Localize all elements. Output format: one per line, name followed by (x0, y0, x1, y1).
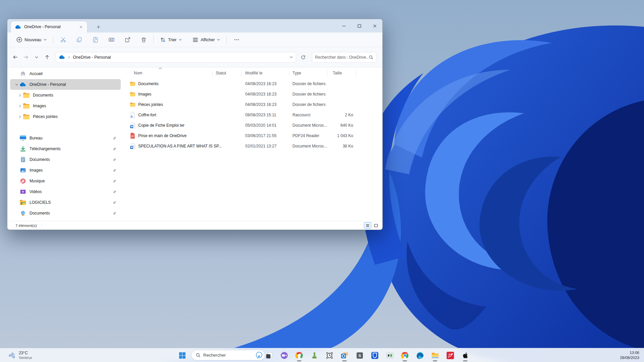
file-row[interactable]: Pièces jointes 04/08/2023 16:23 Dossier … (125, 99, 382, 110)
taskbar-app-button[interactable] (459, 349, 472, 362)
taskbar-app-button[interactable] (277, 349, 291, 362)
tab-onedrive[interactable]: OneDrive - Personal (11, 21, 87, 33)
share-button[interactable] (121, 35, 134, 45)
chev-down-icon[interactable] (13, 82, 19, 86)
large-icons-view-button[interactable] (372, 222, 380, 229)
more-button[interactable] (230, 35, 243, 45)
taskbar-apps: S (262, 349, 472, 362)
column-header-modified[interactable]: Modifié le (245, 71, 262, 75)
breadcrumb[interactable]: OneDrive - Personal (56, 52, 296, 63)
details-view-button[interactable] (364, 222, 371, 229)
sidebar-item[interactable]: Accueil (10, 68, 121, 79)
chev-right-icon[interactable] (17, 115, 23, 119)
taskbar-app-button[interactable] (262, 349, 276, 362)
column-header-size[interactable]: Taille (333, 71, 342, 75)
paste-button[interactable] (89, 35, 102, 45)
file-size: 38 Ko (343, 144, 353, 148)
taskbar-app-button[interactable] (398, 349, 412, 362)
cut-button[interactable] (57, 35, 69, 45)
chev-right-icon[interactable] (17, 93, 23, 97)
column-divider[interactable] (241, 70, 241, 76)
recent-locations-button[interactable] (31, 52, 42, 63)
desktop-icon (19, 135, 26, 141)
file-row[interactable]: Prise en main de OneDrive 03/06/2017 21:… (125, 130, 382, 141)
sidebar-item[interactable]: Documents (10, 90, 121, 101)
forward-button[interactable] (21, 52, 32, 63)
refresh-button[interactable] (298, 52, 308, 62)
folder-icon (130, 101, 136, 108)
sidebar-item[interactable]: Musique (10, 176, 121, 186)
new-tab-button[interactable] (94, 22, 103, 31)
start-button[interactable] (175, 349, 189, 362)
sidebar-item-label: Accueil (30, 71, 121, 76)
sidebar-item[interactable]: OneDrive - Personal (10, 79, 121, 90)
column-divider[interactable] (212, 70, 213, 76)
taskbar-search-input[interactable] (203, 353, 253, 358)
sidebar-item[interactable]: Téléchargements (10, 143, 121, 154)
pin-icon (112, 168, 117, 173)
close-button[interactable] (367, 19, 382, 33)
taskbar-app-button[interactable] (383, 349, 396, 362)
tree-chevron[interactable] (13, 72, 19, 76)
column-header-status[interactable]: Statut (216, 71, 226, 75)
chevron-down-icon (217, 38, 220, 42)
videos-icon (19, 189, 26, 195)
sort-button[interactable]: Trier (157, 35, 185, 45)
sidebar-item[interactable]: Pièces jointes (10, 111, 121, 122)
squares-app-icon (265, 351, 273, 360)
taskbar-app-button[interactable] (338, 349, 351, 362)
up-button[interactable] (42, 52, 53, 63)
sidebar-item[interactable]: Bureau (10, 133, 121, 143)
sidebar-item[interactable]: Documents (10, 208, 121, 219)
copy-button[interactable] (73, 35, 86, 45)
taskbar-app-button[interactable] (292, 349, 306, 362)
column-divider[interactable] (289, 70, 289, 76)
file-row[interactable]: Documents 04/08/2023 16:23 Dossier de fi… (125, 78, 382, 89)
file-row[interactable]: Images 04/08/2023 16:23 Dossier de fichi… (125, 89, 382, 99)
breadcrumb-location[interactable]: OneDrive - Personal (73, 55, 287, 60)
delete-button[interactable] (137, 35, 150, 45)
taskbar-clock[interactable]: 13:06 28/08/2023 (620, 348, 639, 362)
search-icon[interactable] (369, 55, 373, 60)
titlebar[interactable]: OneDrive - Personal (7, 19, 382, 33)
sidebar-item[interactable]: Documents (10, 154, 121, 165)
column-header-name[interactable]: Nom (134, 71, 142, 75)
tab-close-button[interactable] (77, 23, 85, 31)
taskbar-app-button[interactable] (428, 349, 442, 362)
bing-chat-icon[interactable] (255, 351, 263, 359)
taskbar-app-button[interactable] (323, 349, 336, 362)
taskbar-app-button[interactable] (413, 349, 427, 362)
sidebar-item[interactable]: Images (10, 165, 121, 176)
sidebar-item[interactable]: Images (10, 101, 121, 111)
chess-icon (310, 351, 319, 360)
weather-widget[interactable]: 23°C Venteux (5, 348, 35, 362)
view-button[interactable]: Afficher (190, 35, 223, 45)
minimize-button[interactable] (336, 19, 352, 33)
column-header-type[interactable]: Type (292, 71, 301, 75)
taskbar-app-button[interactable] (443, 349, 457, 362)
maximize-button[interactable] (352, 19, 367, 33)
cut-icon (60, 37, 66, 43)
file-row[interactable]: W SPECULATION AS A FINE ART WHAT IS SP..… (125, 141, 382, 151)
file-row[interactable]: W Copie de Fiche Emploi ter 05/03/2020 1… (125, 120, 382, 130)
sidebar-item-label: Musique (30, 179, 112, 183)
taskbar-app-button[interactable] (368, 349, 381, 362)
column-divider[interactable] (356, 70, 356, 76)
file-row[interactable]: Coffre-fort 08/08/2023 15:11 Raccourci 2… (125, 110, 382, 120)
chev-right-icon[interactable] (17, 104, 23, 108)
explorer-search (312, 52, 376, 63)
taskbar-app-button[interactable]: S (353, 349, 366, 362)
sort-button-label: Trier (168, 38, 176, 42)
sidebar-item[interactable]: LOGICIELS (10, 197, 121, 208)
address-dropdown-icon[interactable] (289, 55, 293, 59)
rename-button[interactable] (105, 35, 118, 45)
swirl-browser-icon (295, 351, 304, 360)
taskbar-app-button[interactable] (308, 349, 321, 362)
new-button[interactable]: Nouveau (13, 35, 50, 45)
search-input[interactable] (315, 55, 369, 60)
back-button[interactable] (10, 52, 21, 63)
sidebar-item-label: LOGICIELS (30, 200, 112, 205)
sidebar-item[interactable] (10, 219, 121, 221)
sidebar-item[interactable]: Vidéos (10, 186, 121, 197)
column-divider[interactable] (327, 70, 327, 76)
